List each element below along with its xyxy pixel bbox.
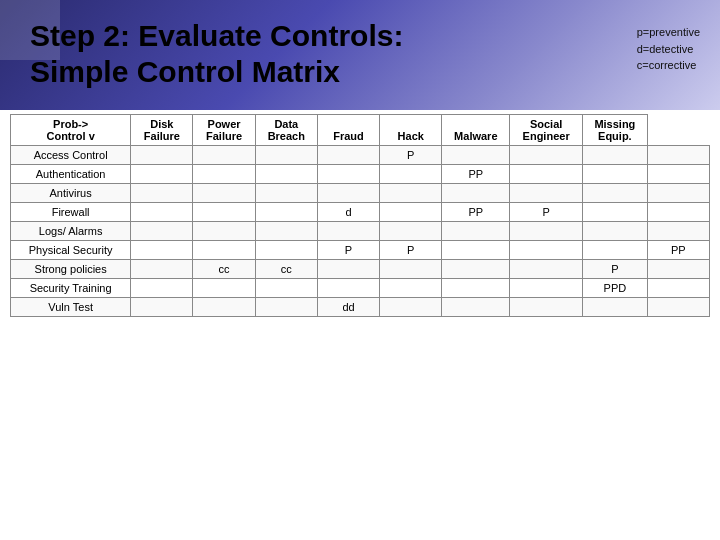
row-label: Firewall [11, 203, 131, 222]
cell-2-7 [582, 184, 647, 203]
table-row: Security TrainingPPD [11, 279, 710, 298]
cell-8-3: dd [317, 298, 379, 317]
cell-6-5 [442, 260, 510, 279]
cell-8-7 [582, 298, 647, 317]
col-header-prob: Prob-> [53, 118, 88, 130]
cell-4-2 [255, 222, 317, 241]
cell-4-3 [317, 222, 379, 241]
cell-0-4: P [380, 146, 442, 165]
cell-5-8: PP [647, 241, 709, 260]
cell-2-1 [193, 184, 255, 203]
cell-2-4 [380, 184, 442, 203]
cell-2-5 [442, 184, 510, 203]
col-header-1: DiskFailure [131, 115, 193, 146]
cell-8-2 [255, 298, 317, 317]
row-label: Access Control [11, 146, 131, 165]
cell-2-3 [317, 184, 379, 203]
cell-6-8 [647, 260, 709, 279]
cell-8-1 [193, 298, 255, 317]
cell-3-2 [255, 203, 317, 222]
cell-7-6 [510, 279, 583, 298]
cell-3-6: P [510, 203, 583, 222]
cell-5-1 [193, 241, 255, 260]
cell-7-5 [442, 279, 510, 298]
cell-8-8 [647, 298, 709, 317]
legend-corrective: c=corrective [637, 57, 700, 74]
col-header-4: Fraud [317, 115, 379, 146]
cell-7-3 [317, 279, 379, 298]
cell-7-8 [647, 279, 709, 298]
cell-0-0 [131, 146, 193, 165]
col-header-control: Control v [46, 130, 94, 142]
row-label: Authentication [11, 165, 131, 184]
cell-6-6 [510, 260, 583, 279]
legend-preventive: p=preventive [637, 24, 700, 41]
cell-6-4 [380, 260, 442, 279]
cell-8-5 [442, 298, 510, 317]
row-label: Security Training [11, 279, 131, 298]
cell-2-6 [510, 184, 583, 203]
cell-0-8 [647, 146, 709, 165]
cell-7-4 [380, 279, 442, 298]
cell-3-5: PP [442, 203, 510, 222]
cell-8-4 [380, 298, 442, 317]
cell-1-7 [582, 165, 647, 184]
cell-0-7 [582, 146, 647, 165]
cell-5-0 [131, 241, 193, 260]
cell-6-2: cc [255, 260, 317, 279]
cell-5-7 [582, 241, 647, 260]
cell-3-1 [193, 203, 255, 222]
cell-8-0 [131, 298, 193, 317]
header: Step 2: Evaluate Controls: Simple Contro… [0, 0, 720, 100]
cell-7-1 [193, 279, 255, 298]
cell-0-5 [442, 146, 510, 165]
cell-0-1 [193, 146, 255, 165]
cell-5-4: P [380, 241, 442, 260]
legend: p=preventive d=detective c=corrective [637, 18, 700, 74]
col-header-2: PowerFailure [193, 115, 255, 146]
cell-3-8 [647, 203, 709, 222]
cell-6-1: cc [193, 260, 255, 279]
cell-5-6 [510, 241, 583, 260]
cell-4-5 [442, 222, 510, 241]
cell-3-0 [131, 203, 193, 222]
cell-3-3: d [317, 203, 379, 222]
title-line1: Step 2: Evaluate Controls: [30, 19, 403, 52]
cell-0-2 [255, 146, 317, 165]
cell-1-3 [317, 165, 379, 184]
cell-1-2 [255, 165, 317, 184]
page-title: Step 2: Evaluate Controls: Simple Contro… [30, 18, 403, 90]
cell-4-0 [131, 222, 193, 241]
table-row: Antivirus [11, 184, 710, 203]
cell-3-4 [380, 203, 442, 222]
cell-4-1 [193, 222, 255, 241]
cell-6-7: P [582, 260, 647, 279]
col-header-5: Hack [380, 115, 442, 146]
col-header-7: SocialEngineer [510, 115, 583, 146]
table-header-row: Prob-> Control v DiskFailure PowerFailur… [11, 115, 710, 146]
legend-detective: d=detective [637, 41, 700, 58]
cell-7-0 [131, 279, 193, 298]
cell-2-0 [131, 184, 193, 203]
cell-1-6 [510, 165, 583, 184]
table-row: Vuln Testdd [11, 298, 710, 317]
cell-1-1 [193, 165, 255, 184]
cell-0-3 [317, 146, 379, 165]
cell-7-7: PPD [582, 279, 647, 298]
row-label: Antivirus [11, 184, 131, 203]
cell-2-2 [255, 184, 317, 203]
cell-1-8 [647, 165, 709, 184]
row-label: Physical Security [11, 241, 131, 260]
table-row: FirewalldPPP [11, 203, 710, 222]
cell-4-6 [510, 222, 583, 241]
cell-5-3: P [317, 241, 379, 260]
cell-2-8 [647, 184, 709, 203]
row-label: Vuln Test [11, 298, 131, 317]
cell-5-5 [442, 241, 510, 260]
table-row: AuthenticationPP [11, 165, 710, 184]
table-row: Physical SecurityPPPP [11, 241, 710, 260]
col-header-6: Malware [442, 115, 510, 146]
table-row: Strong policiesccccP [11, 260, 710, 279]
table-row: Logs/ Alarms [11, 222, 710, 241]
cell-7-2 [255, 279, 317, 298]
